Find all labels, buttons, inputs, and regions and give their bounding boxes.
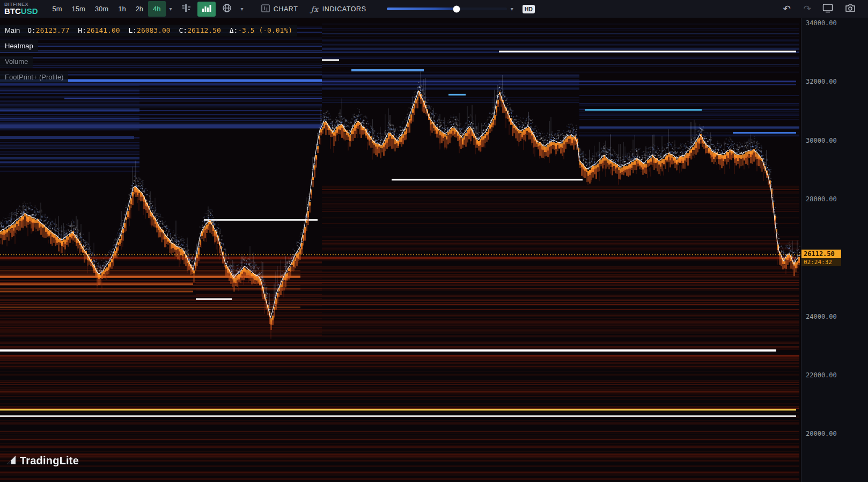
chart-legend: Main O:26123.77 H:26141.00 L:26083.00 C:… [0, 25, 297, 83]
footprint-icon [181, 4, 191, 14]
watermark: TradingLite [6, 455, 79, 467]
legend-footprint-toggle[interactable]: FootPrint+ (Profile) [0, 71, 68, 83]
ohlc-high-value: 26141.00 [86, 26, 120, 34]
ohlc-delta-label: Δ: [230, 26, 238, 34]
chart-button-label: CHART [274, 5, 298, 13]
indicators-button[interactable]: ƒx INDICATORS [304, 0, 372, 18]
slider-dropdown-chevron-icon[interactable]: ▾ [507, 6, 517, 12]
current-price-value: 26112.50 [801, 250, 841, 258]
heatmap-canvas[interactable] [0, 18, 801, 482]
camera-icon [845, 3, 856, 14]
price-axis-label: 22000.00 [806, 371, 837, 379]
histogram-icon [202, 4, 211, 14]
ohlc-close-value: 26112.50 [187, 26, 221, 34]
price-axis-label: 20000.00 [806, 430, 837, 437]
hd-quality-badge[interactable]: HD [523, 5, 535, 13]
timeframe-dropdown-chevron-icon[interactable]: ▾ [166, 6, 176, 12]
slider-track[interactable] [387, 8, 507, 10]
chart-button[interactable]: CHART [255, 0, 305, 18]
symbol-quote: USD [21, 6, 38, 16]
ohlc-low-value: 26083.00 [137, 26, 171, 34]
undo-button[interactable]: ↶ [777, 3, 797, 14]
top-toolbar: BITFINEX BTCUSD 5m 15m 30m 1h 2h 4h ▾ ▾ … [0, 0, 868, 18]
symbol-selector[interactable]: BITFINEX BTCUSD [4, 2, 38, 16]
ohlc-open-value: 26123.77 [36, 26, 70, 34]
ohlc-readout: O:26123.77 H:26141.00 L:26083.00 C:26112… [23, 26, 292, 34]
legend-heatmap-toggle[interactable]: Heatmap [0, 40, 38, 52]
timeframe-2h-button[interactable]: 2h [131, 1, 148, 17]
timeframe-1h-button[interactable]: 1h [113, 1, 130, 17]
indicators-button-label: INDICATORS [322, 5, 366, 13]
fullscreen-button[interactable] [819, 2, 837, 17]
ohlc-high-label: H: [78, 26, 86, 34]
timeframe-5m-button[interactable]: 5m [48, 1, 67, 17]
price-axis-label: 32000.00 [806, 78, 837, 85]
timeframe-15m-button[interactable]: 15m [67, 1, 90, 17]
ohlc-open-label: O: [27, 26, 36, 34]
candle-countdown: 02:24:32 [801, 258, 841, 266]
legend-main-label: Main [5, 26, 20, 34]
monitor-icon [822, 3, 833, 14]
legend-main-row[interactable]: Main O:26123.77 H:26141.00 L:26083.00 C:… [0, 25, 297, 36]
current-price-tag: 26112.50 02:24:32 [801, 250, 841, 266]
footprint-view-button[interactable] [177, 2, 195, 17]
globe-icon [222, 3, 232, 14]
screenshot-button[interactable] [841, 2, 859, 17]
price-axis-label: 34000.00 [806, 19, 837, 27]
chart-region: Main O:26123.77 H:26141.00 L:26083.00 C:… [0, 18, 868, 482]
timeframe-30m-button[interactable]: 30m [90, 1, 113, 17]
legend-volume-toggle[interactable]: Volume [0, 56, 33, 68]
globe-dropdown-chevron-icon[interactable]: ▾ [237, 6, 247, 12]
watermark-text: TradingLite [20, 455, 79, 467]
toolbar-right-icons [818, 2, 868, 17]
fx-icon: ƒx [311, 5, 318, 13]
ohlc-delta-value: -3.5 (-0.01%) [238, 26, 292, 34]
redo-button[interactable]: ↷ [797, 3, 818, 14]
heatmap-intensity-slider[interactable] [387, 0, 507, 18]
symbol-base: BTC [4, 6, 21, 16]
price-axis-label: 24000.00 [806, 313, 837, 320]
symbol-pair: BTCUSD [4, 7, 38, 16]
timeframe-4h-button[interactable]: 4h [148, 1, 165, 17]
ohlc-close-label: C: [179, 26, 188, 34]
price-axis-label: 28000.00 [806, 195, 837, 203]
tradinglite-logo-icon [6, 455, 16, 467]
globe-button[interactable] [218, 2, 236, 17]
price-axis[interactable]: 34000.00 32000.00 30000.00 28000.00 2400… [801, 18, 868, 482]
chart-grid-icon [261, 4, 270, 14]
price-axis-label: 30000.00 [806, 137, 837, 144]
volume-profile-view-button[interactable] [197, 2, 216, 17]
slider-thumb[interactable] [453, 5, 460, 12]
ohlc-low-label: L: [128, 26, 137, 34]
